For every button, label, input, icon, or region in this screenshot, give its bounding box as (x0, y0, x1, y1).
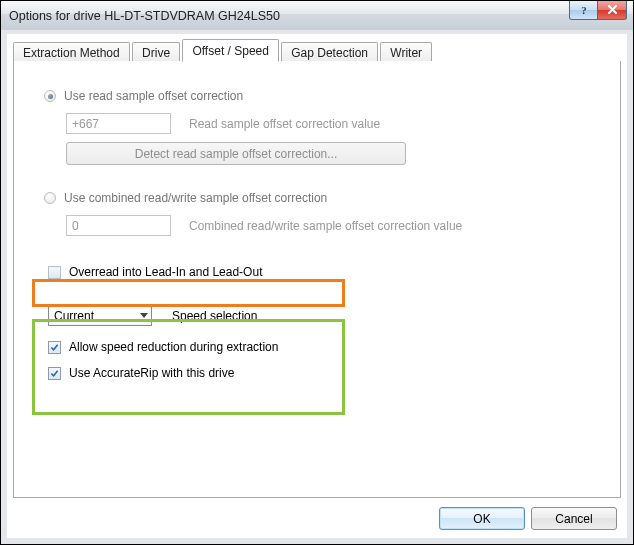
tab-strip: Extraction Method Drive Offset / Speed G… (13, 38, 621, 62)
row-detect-button: Detect read sample offset correction... (66, 142, 596, 165)
checkbox-overread[interactable] (48, 266, 61, 279)
row-combined-value: 0 Combined read/write sample offset corr… (66, 215, 596, 236)
checkbox-allow-reduction[interactable] (48, 341, 61, 354)
label-overread: Overread into Lead-In and Lead-Out (69, 265, 262, 279)
speed-select[interactable]: Current (48, 305, 152, 326)
window-title: Options for drive HL-DT-STDVDRAM GH24LS5… (9, 9, 280, 23)
tab-extraction-method[interactable]: Extraction Method (13, 42, 130, 63)
cancel-button[interactable]: Cancel (531, 507, 617, 530)
label-read-offset-value: Read sample offset correction value (189, 117, 380, 131)
label-allow-reduction: Allow speed reduction during extraction (69, 340, 278, 354)
row-speed-select: Current Speed selection (48, 305, 596, 326)
svg-text:?: ? (581, 5, 587, 16)
label-combined-offset-value: Combined read/write sample offset correc… (189, 219, 462, 233)
label-use-combined-offset: Use combined read/write sample offset co… (64, 191, 327, 205)
help-icon: ? (579, 5, 589, 16)
offset-speed-panel: Use read sample offset correction +667 R… (13, 61, 621, 498)
radio-use-read-offset[interactable] (44, 90, 56, 102)
input-combined-offset-value[interactable]: 0 (66, 215, 171, 236)
highlight-overread (32, 279, 345, 307)
input-read-offset-value[interactable]: +667 (66, 113, 171, 134)
speed-select-value: Current (54, 309, 94, 323)
window-buttons: ? (569, 1, 627, 20)
label-speed-selection: Speed selection (172, 309, 257, 323)
checkmark-icon (50, 369, 59, 378)
radio-use-combined-offset[interactable] (44, 192, 56, 204)
checkmark-icon (50, 343, 59, 352)
label-use-read-offset: Use read sample offset correction (64, 89, 243, 103)
help-button[interactable]: ? (569, 1, 598, 20)
row-use-combined-offset: Use combined read/write sample offset co… (44, 191, 596, 205)
ok-button[interactable]: OK (439, 507, 525, 530)
chevron-down-icon (136, 306, 151, 325)
client-area: Extraction Method Drive Offset / Speed G… (1, 30, 633, 544)
tab-gap-detection[interactable]: Gap Detection (281, 42, 378, 63)
label-use-accuraterip: Use AccurateRip with this drive (69, 366, 234, 380)
tab-writer[interactable]: Writer (380, 42, 432, 63)
checkbox-use-accuraterip[interactable] (48, 367, 61, 380)
row-use-accuraterip: Use AccurateRip with this drive (48, 366, 596, 380)
tab-drive[interactable]: Drive (132, 42, 180, 63)
row-allow-reduction: Allow speed reduction during extraction (48, 340, 596, 354)
dialog-footer: OK Cancel (439, 507, 617, 530)
close-button[interactable] (598, 1, 627, 20)
titlebar: Options for drive HL-DT-STDVDRAM GH24LS5… (1, 1, 633, 31)
row-use-read-offset: Use read sample offset correction (44, 89, 596, 103)
close-icon (607, 5, 618, 15)
row-overread: Overread into Lead-In and Lead-Out (48, 265, 596, 279)
detect-offset-button[interactable]: Detect read sample offset correction... (66, 142, 406, 165)
tab-offset-speed[interactable]: Offset / Speed (182, 39, 279, 62)
row-read-value: +667 Read sample offset correction value (66, 113, 596, 134)
radio-dot-icon (48, 94, 53, 99)
